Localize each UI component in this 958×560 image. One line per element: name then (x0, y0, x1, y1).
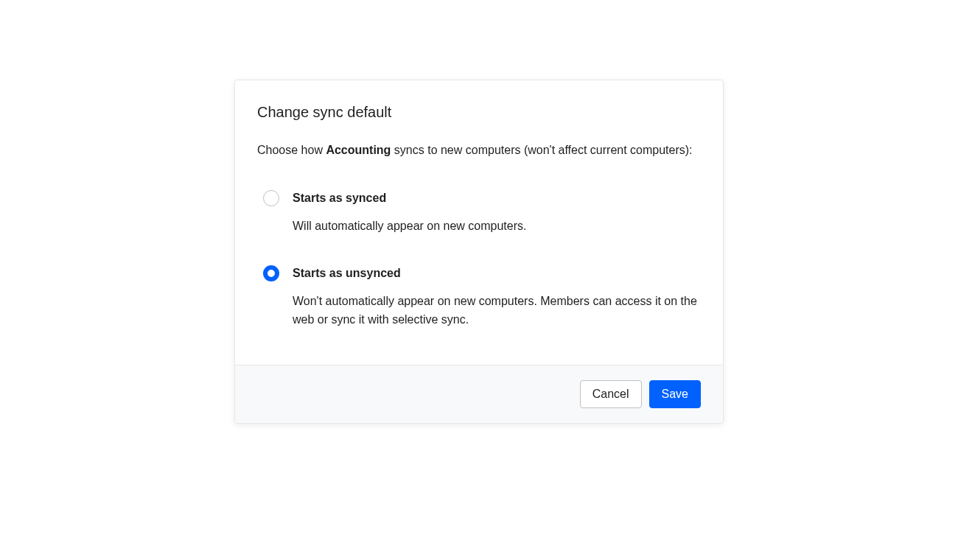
desc-suffix: syncs to new computers (won't affect cur… (391, 144, 692, 156)
sync-default-modal: Change sync default Choose how Accountin… (234, 80, 724, 424)
modal-body: Change sync default Choose how Accountin… (235, 80, 723, 365)
radio-desc-synced: Will automatically appear on new compute… (293, 217, 701, 236)
radio-icon-selected (263, 265, 279, 281)
radio-content: Starts as synced Will automatically appe… (293, 189, 701, 236)
desc-prefix: Choose how (257, 144, 326, 156)
radio-option-unsynced[interactable]: Starts as unsynced Won't automatically a… (263, 265, 701, 329)
radio-label-synced: Starts as synced (293, 189, 701, 207)
radio-group: Starts as synced Will automatically appe… (257, 189, 701, 329)
radio-icon-unselected (263, 190, 279, 206)
radio-option-synced[interactable]: Starts as synced Will automatically appe… (263, 189, 701, 236)
radio-desc-unsynced: Won't automatically appear on new comput… (293, 293, 701, 329)
save-button[interactable]: Save (649, 380, 701, 408)
radio-content: Starts as unsynced Won't automatically a… (293, 265, 701, 329)
radio-label-unsynced: Starts as unsynced (293, 265, 701, 282)
modal-description: Choose how Accounting syncs to new compu… (257, 141, 701, 160)
desc-folder-name: Accounting (326, 144, 391, 156)
cancel-button[interactable]: Cancel (580, 380, 642, 408)
modal-footer: Cancel Save (235, 365, 723, 423)
modal-title: Change sync default (257, 102, 701, 122)
